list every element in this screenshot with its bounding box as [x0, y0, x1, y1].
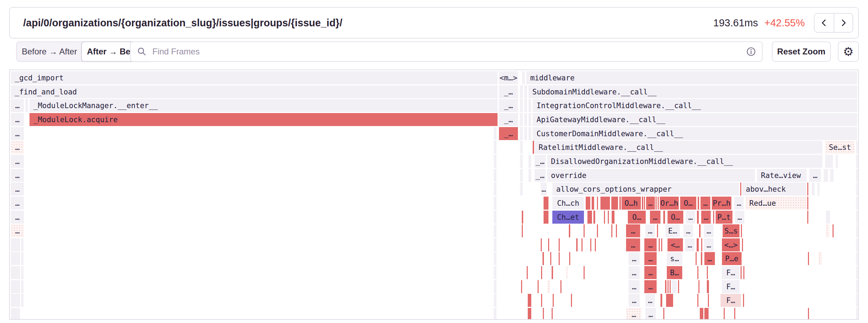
- flame-frame-sliver[interactable]: [741, 224, 742, 237]
- flame-frame-sliver[interactable]: [541, 238, 542, 251]
- flame-frame-sliver[interactable]: [856, 280, 858, 293]
- flame-frame-sliver[interactable]: [611, 224, 612, 237]
- prev-profile-button[interactable]: [815, 14, 834, 32]
- flame-frame[interactable]: abov…heck: [742, 183, 806, 196]
- flame-frame[interactable]: P…e: [722, 252, 742, 265]
- flame-frame[interactable]: …: [734, 197, 744, 210]
- flame-frame[interactable]: B…: [667, 266, 682, 279]
- flame-frame-sliver[interactable]: [520, 99, 523, 112]
- flame-frame[interactable]: …: [685, 238, 695, 251]
- flame-frame-sliver[interactable]: [11, 280, 20, 293]
- flame-frame[interactable]: _…: [499, 85, 518, 98]
- flame-frame-sliver[interactable]: [604, 211, 605, 224]
- flame-frame-sliver[interactable]: [544, 197, 548, 210]
- flame-frame[interactable]: …: [629, 252, 640, 265]
- flame-frame[interactable]: …: [646, 197, 655, 210]
- flame-frame-sliver[interactable]: [678, 280, 679, 293]
- flame-frame[interactable]: …: [11, 183, 24, 196]
- info-icon[interactable]: [746, 46, 756, 57]
- flame-frame[interactable]: …: [645, 308, 656, 320]
- flame-frame-sliver[interactable]: [668, 280, 669, 293]
- flame-frame-sliver[interactable]: [700, 308, 703, 320]
- flame-frame[interactable]: F…: [722, 280, 739, 293]
- flame-frame-sliver[interactable]: [524, 85, 527, 98]
- flame-frame-sliver[interactable]: [856, 266, 858, 279]
- flame-frame[interactable]: …: [644, 252, 657, 265]
- flame-frame-sliver[interactable]: [542, 252, 544, 265]
- flame-frame-sliver[interactable]: [552, 266, 553, 279]
- flame-frame-sliver[interactable]: [590, 238, 591, 251]
- flame-frame-sliver[interactable]: [543, 308, 544, 320]
- flame-frame[interactable]: …: [701, 197, 710, 210]
- flame-frame-sliver[interactable]: [522, 211, 523, 224]
- flame-frame-sliver[interactable]: [619, 197, 621, 210]
- flame-frame[interactable]: …: [629, 280, 640, 293]
- flame-frame[interactable]: F…: [721, 294, 741, 307]
- flame-frame-sliver[interactable]: [587, 211, 592, 224]
- flame-frame-sliver[interactable]: [697, 238, 699, 251]
- flame-frame-sliver[interactable]: [856, 183, 858, 196]
- flame-frame[interactable]: _…: [499, 113, 518, 126]
- next-profile-button[interactable]: [834, 14, 853, 32]
- flame-frame-sliver[interactable]: [670, 280, 671, 293]
- flame-frame-sliver[interactable]: [11, 266, 20, 279]
- flame-frame-sliver[interactable]: [494, 169, 497, 182]
- flame-frame-sliver[interactable]: [520, 113, 523, 126]
- flame-frame[interactable]: CustomerDomainMiddleware.__call__: [533, 127, 857, 140]
- flame-frame-sliver[interactable]: [658, 197, 659, 210]
- flame-frame-sliver[interactable]: [708, 294, 709, 307]
- flame-frame-sliver[interactable]: [541, 266, 542, 279]
- flame-frame-sliver[interactable]: [608, 211, 609, 224]
- flame-frame[interactable]: …: [644, 238, 657, 251]
- settings-button[interactable]: ⚙: [838, 41, 859, 62]
- flame-frame-sliver[interactable]: [856, 238, 858, 251]
- flame-frame-sliver[interactable]: [657, 224, 658, 237]
- flame-frame[interactable]: …: [683, 224, 693, 237]
- flame-frame-sliver[interactable]: [494, 252, 497, 265]
- flame-frame-sliver[interactable]: [807, 197, 808, 210]
- flame-frame-sliver[interactable]: [550, 252, 551, 265]
- flame-frame[interactable]: _…: [499, 99, 518, 112]
- flame-frame-sliver[interactable]: [528, 155, 531, 168]
- flame-frame[interactable]: ApiGatewayMiddleware.__call__: [533, 113, 857, 126]
- flame-frame[interactable]: <m…>: [499, 71, 518, 84]
- flame-frame-sliver[interactable]: [11, 308, 20, 320]
- flame-frame-sliver[interactable]: [528, 169, 531, 182]
- flame-frame-sliver[interactable]: [826, 224, 829, 237]
- flame-frame-sliver[interactable]: [586, 197, 590, 210]
- flame-frame-sliver[interactable]: [807, 211, 808, 224]
- flame-frame-sliver[interactable]: [659, 238, 660, 251]
- flame-frame[interactable]: …: [11, 224, 24, 237]
- flame-frame-sliver[interactable]: [825, 155, 833, 168]
- flame-frame-sliver[interactable]: [494, 224, 497, 237]
- flame-frame-sliver[interactable]: [663, 211, 665, 224]
- flame-frame[interactable]: …: [11, 169, 24, 182]
- flame-frame-sliver[interactable]: [856, 141, 858, 154]
- flame-frame[interactable]: _find_and_load: [11, 85, 498, 98]
- flame-frame-sliver[interactable]: [707, 280, 709, 293]
- flame-frame-sliver[interactable]: [743, 266, 744, 279]
- flame-frame-sliver[interactable]: [698, 197, 699, 210]
- flame-frame-sliver[interactable]: [644, 197, 645, 210]
- flame-frame[interactable]: …: [541, 183, 547, 196]
- segment-before-after[interactable]: Before → After: [17, 42, 82, 61]
- flame-frame-sliver[interactable]: [818, 252, 822, 265]
- flame-frame-sliver[interactable]: [569, 252, 570, 265]
- flame-frame[interactable]: …: [11, 155, 24, 168]
- flame-frame-sliver[interactable]: [592, 197, 594, 210]
- flame-frame-sliver[interactable]: [600, 197, 610, 210]
- flame-frame-sliver[interactable]: [856, 155, 858, 168]
- flame-frame-sliver[interactable]: [560, 280, 561, 293]
- flame-frame-sliver[interactable]: [830, 169, 834, 182]
- flame-frame-sliver[interactable]: [571, 294, 572, 307]
- flame-frame[interactable]: …: [644, 280, 657, 293]
- flame-frame-sliver[interactable]: [494, 211, 497, 224]
- find-frames-input[interactable]: [152, 46, 746, 57]
- flame-frame-sliver[interactable]: [616, 224, 617, 237]
- flame-frame-sliver[interactable]: [856, 169, 858, 182]
- flame-frame-sliver[interactable]: [808, 252, 809, 265]
- flame-frame-sliver[interactable]: [494, 183, 497, 196]
- flame-frame[interactable]: _ModuleLock.acquire: [29, 113, 498, 126]
- flame-frame-sliver[interactable]: [611, 197, 618, 210]
- flame-frame[interactable]: F…: [722, 266, 739, 279]
